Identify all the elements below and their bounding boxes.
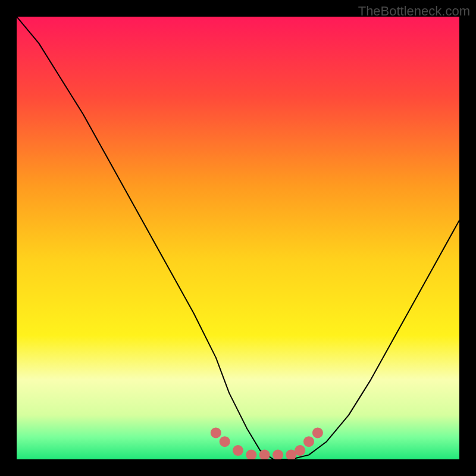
watermark-text: TheBottleneck.com bbox=[358, 4, 470, 19]
chart-svg bbox=[17, 17, 459, 459]
marker-point bbox=[211, 427, 221, 438]
marker-point bbox=[303, 436, 314, 447]
marker-point bbox=[312, 427, 323, 438]
chart-background bbox=[17, 17, 459, 459]
chart-plot-area bbox=[17, 17, 459, 459]
marker-point bbox=[233, 445, 243, 456]
marker-point bbox=[220, 436, 230, 447]
marker-point bbox=[295, 445, 305, 456]
